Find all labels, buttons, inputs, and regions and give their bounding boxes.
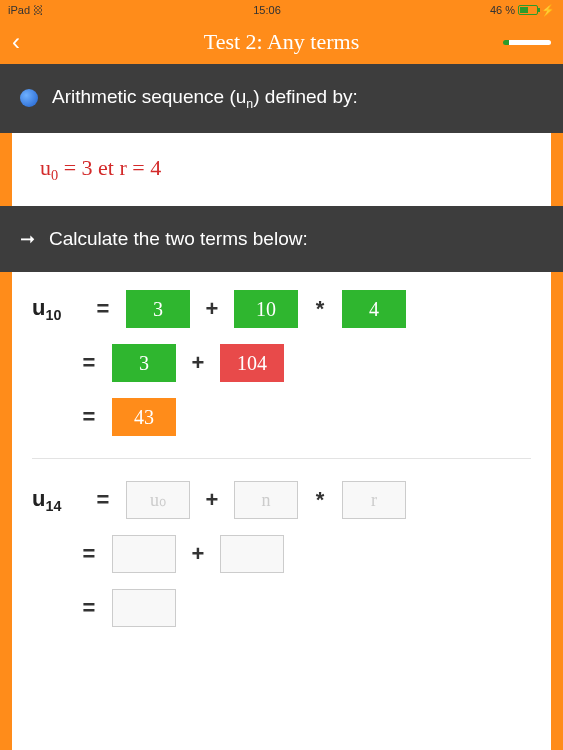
formula-banner: u0 = 3 et r = 4: [12, 133, 551, 206]
answer-chip[interactable]: 3: [126, 290, 190, 328]
status-bar: iPad ᯼ 15:06 46 % ⚡: [0, 0, 563, 20]
input-empty[interactable]: [220, 535, 284, 573]
definition-text: Arithmetic sequence (un) defined by:: [52, 86, 358, 111]
p1-row2: = 3 + 104: [80, 344, 531, 382]
answer-chip-result[interactable]: 43: [112, 398, 176, 436]
definition-banner: Arithmetic sequence (un) defined by:: [0, 64, 563, 133]
nav-bar: ‹ Test 2: Any terms: [0, 20, 563, 64]
answer-chip[interactable]: 10: [234, 290, 298, 328]
back-button[interactable]: ‹: [12, 28, 20, 56]
bullet-icon: [20, 89, 38, 107]
answer-chip-wrong[interactable]: 104: [220, 344, 284, 382]
instruction-text: Calculate the two terms below:: [49, 228, 308, 250]
p2-row3: =: [80, 589, 531, 627]
p2-row1: u14 = u₀ + n * r: [32, 481, 531, 519]
input-empty[interactable]: [112, 535, 176, 573]
device-label: iPad ᯼: [8, 4, 44, 16]
input-empty[interactable]: u₀: [126, 481, 190, 519]
page-title: Test 2: Any terms: [204, 29, 360, 55]
p1-row1: u10 = 3 + 10 * 4: [32, 290, 531, 328]
input-empty[interactable]: n: [234, 481, 298, 519]
instruction-banner: ➞ Calculate the two terms below:: [0, 206, 563, 272]
term-u14: u14: [32, 486, 80, 514]
clock: 15:06: [253, 4, 281, 16]
battery-status: 46 % ⚡: [490, 4, 555, 17]
input-empty[interactable]: [112, 589, 176, 627]
arrow-icon: ➞: [20, 228, 35, 250]
answer-chip[interactable]: 3: [112, 344, 176, 382]
p1-row3: = 43: [80, 398, 531, 436]
problem-2: u14 = u₀ + n * r = + =: [32, 481, 531, 627]
p2-row2: = +: [80, 535, 531, 573]
content-area: u10 = 3 + 10 * 4 = 3 + 104 = 43 u14 = u₀…: [12, 272, 551, 750]
answer-chip[interactable]: 4: [342, 290, 406, 328]
input-empty[interactable]: r: [342, 481, 406, 519]
divider: [32, 458, 531, 459]
problem-1: u10 = 3 + 10 * 4 = 3 + 104 = 43: [32, 290, 531, 436]
term-u10: u10: [32, 295, 80, 323]
progress-indicator: [503, 40, 551, 45]
